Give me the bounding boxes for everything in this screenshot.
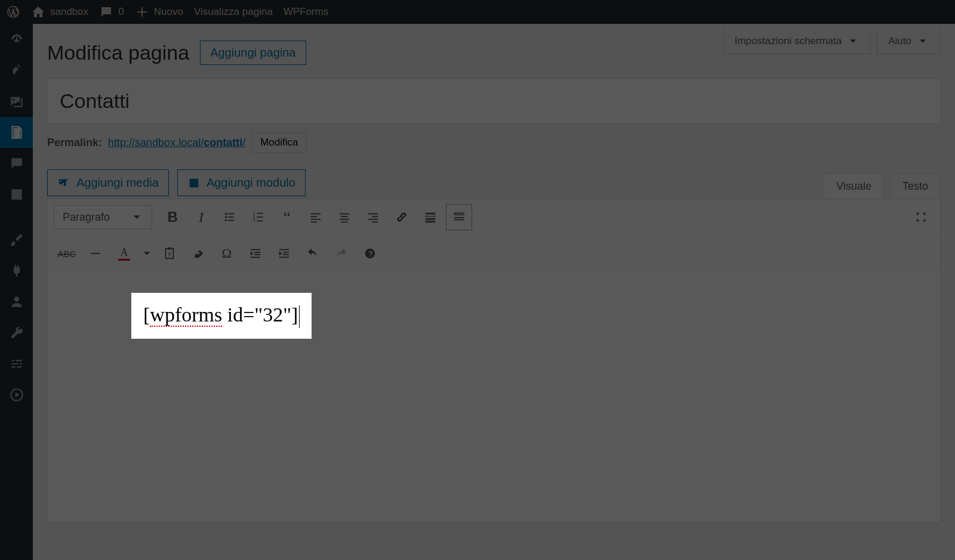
svg-rect-13	[257, 221, 263, 222]
align-center-button[interactable]	[331, 204, 358, 230]
sidebar-posts[interactable]	[0, 55, 33, 86]
tab-text[interactable]: Testo	[890, 174, 941, 199]
brush-icon	[9, 232, 24, 247]
svg-rect-21	[341, 221, 348, 222]
sidebar-users[interactable]	[0, 286, 33, 317]
sidebar-appearance[interactable]	[0, 224, 33, 255]
align-right-button[interactable]	[360, 204, 386, 230]
site-link[interactable]: sandbox	[31, 5, 88, 19]
sidebar-settings[interactable]	[0, 348, 33, 379]
svg-rect-25	[372, 221, 378, 222]
svg-rect-41	[251, 249, 261, 250]
sidebar-media[interactable]	[0, 86, 33, 117]
editor-wrap: Paragrafo B I 123 “ ABC A T Ω	[47, 199, 941, 523]
svg-rect-24	[368, 219, 378, 220]
admin-sidebar	[0, 24, 33, 560]
link-button[interactable]	[389, 204, 415, 230]
add-media-button[interactable]: Aggiungi media	[47, 169, 169, 196]
svg-text:3: 3	[253, 218, 255, 222]
text-color-dropdown[interactable]	[140, 240, 154, 267]
home-icon	[31, 5, 45, 19]
blockquote-button[interactable]: “	[274, 204, 300, 230]
hr-button[interactable]	[82, 240, 109, 267]
toolbar-toggle-button[interactable]	[446, 204, 472, 230]
svg-rect-45	[279, 249, 289, 250]
sidebar-tools[interactable]	[0, 317, 33, 348]
editor-toolbar-row1: Paragrafo B I 123 “	[48, 199, 940, 236]
svg-rect-31	[455, 214, 457, 215]
clear-format-button[interactable]	[185, 240, 211, 267]
media-icon	[9, 94, 24, 109]
screen-options-button[interactable]: Impostazioni schermata	[723, 29, 871, 54]
paste-text-button[interactable]: T	[156, 240, 183, 267]
svg-rect-36	[454, 219, 464, 221]
svg-rect-33	[459, 214, 461, 215]
sidebar-pages[interactable]	[0, 117, 33, 148]
svg-rect-7	[228, 220, 234, 221]
chevron-down-icon	[846, 35, 860, 48]
sidebar-wpforms[interactable]	[0, 179, 33, 210]
form-icon	[187, 177, 201, 190]
screen-options-label: Impostazioni schermata	[735, 35, 842, 47]
comments-link[interactable]: 0	[99, 5, 124, 19]
svg-rect-46	[283, 252, 289, 253]
undo-button[interactable]	[300, 240, 326, 267]
svg-rect-34	[461, 214, 463, 215]
post-title-input[interactable]	[47, 78, 941, 124]
svg-rect-16	[311, 219, 321, 220]
add-form-button[interactable]: Aggiungi modulo	[177, 169, 306, 196]
readmore-button[interactable]	[417, 204, 443, 230]
sidebar-plugins[interactable]	[0, 255, 33, 286]
italic-button[interactable]: I	[188, 204, 214, 230]
svg-rect-0	[14, 129, 20, 137]
editor-shortcode-text[interactable]: [wpforms id="32"]	[131, 293, 312, 339]
add-page-button[interactable]: Aggiungi pagina	[200, 41, 306, 65]
numbered-list-button[interactable]: 123	[245, 204, 272, 230]
pin-icon	[9, 63, 24, 78]
svg-rect-17	[311, 221, 317, 222]
redo-button[interactable]	[328, 240, 355, 267]
permalink-link[interactable]: http://sandbox.local/contatti/	[108, 137, 245, 149]
content-area: Impostazioni schermata Aiuto Modifica pa…	[33, 24, 955, 560]
play-icon	[9, 387, 24, 403]
strikethrough-button[interactable]: ABC	[54, 240, 80, 267]
permalink-edit-button[interactable]: Modifica	[251, 132, 307, 153]
add-form-label: Aggiungi modulo	[207, 176, 295, 190]
view-page-link[interactable]: Visualizza pagina	[194, 6, 273, 18]
editor-canvas[interactable]: [wpforms id="32"]	[48, 272, 940, 522]
outdent-button[interactable]	[242, 240, 269, 267]
site-name-label: sandbox	[50, 6, 88, 18]
svg-rect-39	[168, 247, 171, 250]
special-char-button[interactable]: Ω	[214, 240, 240, 267]
wp-logo[interactable]	[6, 5, 20, 19]
sliders-icon	[9, 356, 24, 372]
sidebar-play[interactable]	[0, 379, 33, 410]
help-button-editor[interactable]: ?	[357, 240, 383, 267]
tab-visual[interactable]: Visuale	[824, 174, 884, 199]
form-icon	[9, 187, 24, 202]
text-color-button[interactable]: A	[111, 240, 137, 267]
align-left-button[interactable]	[303, 204, 329, 230]
chevron-down-icon	[916, 35, 929, 48]
bold-button[interactable]: B	[159, 204, 186, 230]
svg-rect-11	[257, 216, 263, 218]
svg-rect-43	[254, 254, 260, 255]
add-media-label: Aggiungi media	[76, 176, 159, 190]
indent-button[interactable]	[271, 240, 297, 267]
bullet-list-button[interactable]	[217, 204, 243, 230]
svg-point-4	[225, 216, 227, 218]
svg-rect-35	[454, 217, 464, 218]
svg-rect-26	[426, 213, 436, 215]
sidebar-dashboard[interactable]	[0, 24, 33, 55]
new-link[interactable]: Nuovo	[135, 5, 183, 19]
sidebar-comments[interactable]	[0, 148, 33, 179]
help-button[interactable]: Aiuto	[877, 29, 941, 54]
wpforms-link[interactable]: WPForms	[284, 6, 329, 18]
fullscreen-button[interactable]	[908, 204, 934, 230]
svg-rect-3	[228, 214, 234, 215]
svg-rect-22	[368, 214, 378, 215]
help-label: Aiuto	[888, 35, 911, 47]
svg-rect-15	[311, 216, 317, 217]
format-select[interactable]: Paragrafo	[54, 205, 152, 229]
format-select-label: Paragrafo	[63, 211, 110, 224]
